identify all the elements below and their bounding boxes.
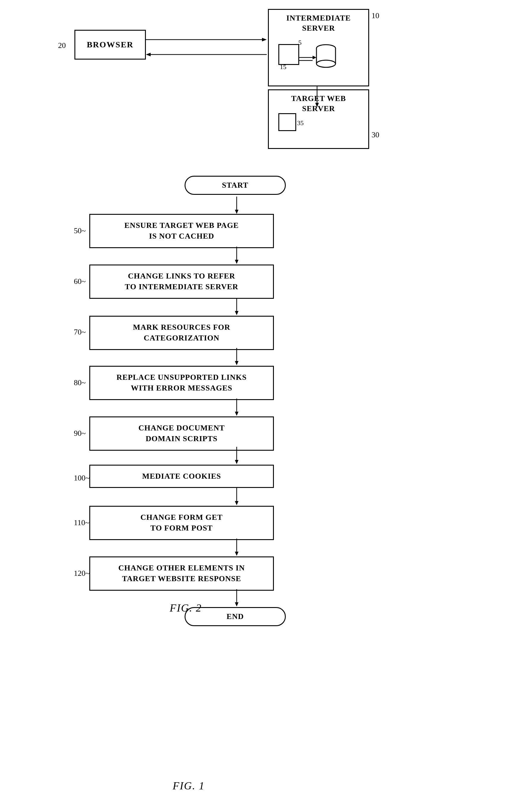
svg-marker-20 [235, 311, 239, 315]
arrow-90-100 [232, 447, 241, 465]
step-100-label: MEDIATE COOKIES [142, 471, 221, 482]
svg-marker-12 [146, 53, 151, 56]
browser-box: BROWSER [74, 30, 146, 60]
svg-marker-14 [315, 103, 319, 107]
step-70-box: MARK RESOURCES FORCATEGORIZATION [89, 316, 274, 350]
step-100-box: MEDIATE COOKIES [89, 465, 274, 488]
step-50-label: ENSURE TARGET WEB PAGEIS NOT CACHED [125, 220, 239, 242]
arrow-100-110 [232, 488, 241, 506]
browser-to-intermediate-arrow [146, 35, 271, 44]
step-70-label: MARK RESOURCES FORCATEGORIZATION [133, 322, 230, 344]
step-120-box: CHANGE OTHER ELEMENTS INTARGET WEBSITE R… [89, 556, 274, 591]
step-60-box: CHANGE LINKS TO REFERTO INTERMEDIATE SER… [89, 264, 274, 299]
browser-label: BROWSER [87, 40, 133, 50]
proc-label-15: 15 [280, 63, 286, 71]
step-90-ref: 90~ [74, 429, 86, 438]
start-oval: START [185, 176, 286, 195]
step-80-ref: 80~ [74, 378, 86, 387]
svg-marker-24 [235, 412, 239, 416]
svg-marker-6 [312, 56, 317, 59]
arrow-start-50 [232, 197, 241, 215]
step-110-label: CHANGE FORM GETTO FORM POST [140, 512, 223, 534]
end-label: END [227, 612, 244, 621]
proc-square [278, 44, 299, 65]
fig2-label: FIG. 2 [170, 602, 202, 614]
target-inner-square [278, 113, 296, 131]
arrow-80-90 [232, 398, 241, 416]
database-cylinder [316, 44, 337, 68]
svg-marker-18 [235, 260, 239, 264]
intermediate-to-browser-arrow [146, 50, 271, 59]
svg-marker-26 [235, 460, 239, 464]
step-60-ref: 60~ [74, 277, 86, 286]
arrow-60-70 [232, 298, 241, 316]
step-60-label: CHANGE LINKS TO REFERTO INTERMEDIATE SER… [125, 271, 238, 293]
step-90-label: CHANGE DOCUMENTDOMAIN SCRIPTS [138, 423, 225, 444]
svg-point-4 [317, 60, 336, 67]
step-110-box: CHANGE FORM GETTO FORM POST [89, 506, 274, 540]
fig1-label: FIG. 1 [173, 780, 205, 792]
proc-to-db-arrow [299, 53, 317, 62]
step-50-box: ENSURE TARGET WEB PAGEIS NOT CACHED [89, 214, 274, 248]
step-90-box: CHANGE DOCUMENTDOMAIN SCRIPTS [89, 416, 274, 451]
step-120-label: CHANGE OTHER ELEMENTS INTARGET WEBSITE R… [118, 563, 245, 584]
target-ref-label: 30 [372, 130, 379, 139]
step-70-ref: 70~ [74, 328, 86, 337]
svg-marker-28 [235, 501, 239, 505]
step-80-label: REPLACE UNSUPPORTED LINKSWITH ERROR MESS… [116, 372, 247, 394]
step-110-ref: 110~ [74, 518, 89, 527]
svg-marker-32 [235, 602, 239, 607]
browser-ref-label: 20 [58, 41, 66, 50]
start-label: START [222, 181, 249, 190]
svg-marker-30 [235, 552, 239, 556]
step-120-ref: 120~ [74, 569, 90, 578]
intermediate-server-title: INTERMEDIATESERVER [268, 9, 369, 33]
proc-label-5: 5 [298, 39, 302, 46]
step-50-ref: 50~ [74, 226, 86, 235]
step-100-ref: 100~ [74, 473, 90, 483]
intermediate-to-target-arrow [312, 87, 322, 107]
intermediate-ref-label: 10 [372, 11, 379, 20]
svg-marker-22 [235, 361, 239, 365]
step-80-box: REPLACE UNSUPPORTED LINKSWITH ERROR MESS… [89, 366, 274, 400]
arrow-120-end [232, 589, 241, 607]
arrow-110-120 [232, 539, 241, 556]
svg-marker-16 [235, 210, 239, 214]
svg-marker-10 [262, 38, 267, 41]
arrow-50-60 [232, 247, 241, 264]
arrow-70-80 [232, 348, 241, 366]
target-label-35: 35 [297, 119, 304, 127]
